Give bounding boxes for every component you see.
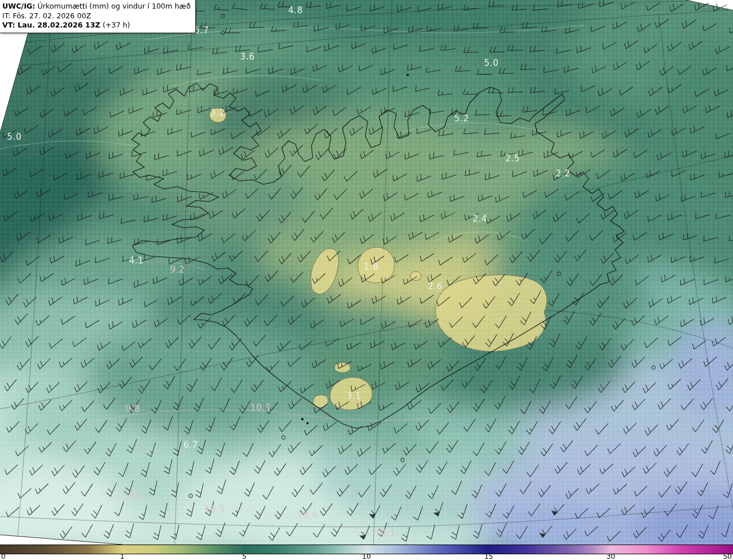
colorbar-tick-label: 15 [484, 553, 493, 560]
init-time: IT: Fös. 27. 02. 2026 00Z [2, 11, 191, 21]
product-line: UWC/IG: Úrkomumætti (mm) og vindur í 100… [2, 2, 191, 11]
colorbar-tick-label: 50 [723, 553, 732, 560]
colorbar-tick-label: 30 [606, 553, 615, 560]
weather-map-page: 4.85.73.65.05.03.25.22.52.22.44.11.82.63… [0, 0, 733, 560]
colorbar-tick-label: 10 [362, 553, 371, 560]
map-area: 4.85.73.65.05.03.25.22.52.22.44.11.82.63… [0, 0, 733, 545]
lead-time: (+37 h) [100, 21, 130, 29]
product-description: Úrkomumætti (mm) og vindur í 100m hæð [36, 2, 191, 10]
valid-time-line: VT: Lau. 28.02.2026 13Z (+37 h) [2, 21, 191, 30]
title-box: UWC/IG: Úrkomumætti (mm) og vindur í 100… [0, 0, 196, 33]
colorbar-tick-label: 5 [242, 553, 247, 560]
colorbar-tick-label: 1 [120, 553, 125, 560]
colorbar-tick-label: 0 [1, 553, 6, 560]
map-canvas [0, 0, 733, 545]
product-code: UWC/IG: [2, 2, 36, 10]
valid-time: VT: Lau. 28.02.2026 13Z [2, 21, 100, 29]
colorbar-tick-labels: 01510153050 [0, 554, 733, 560]
